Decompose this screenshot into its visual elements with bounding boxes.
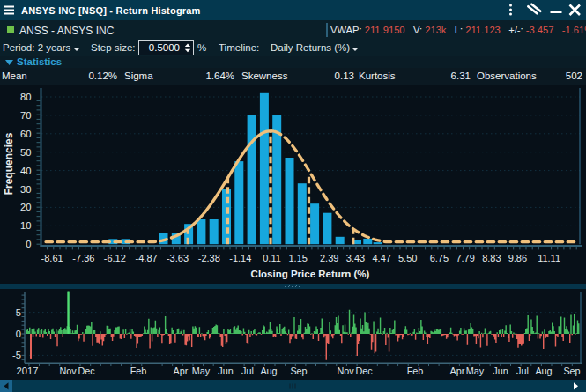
svg-text:60: 60 [20, 129, 31, 139]
svg-text:Jun: Jun [493, 366, 508, 376]
svg-text:Feb: Feb [407, 366, 424, 376]
svg-text:4.47: 4.47 [372, 253, 390, 263]
svg-text:1.15: 1.15 [288, 253, 307, 263]
svg-text:50: 50 [20, 147, 31, 158]
svg-text:Feb: Feb [130, 366, 147, 376]
svg-text:30: 30 [20, 184, 31, 195]
svg-text:Sep: Sep [290, 366, 307, 376]
svg-text:Frequencies: Frequencies [3, 132, 15, 195]
svg-text:20: 20 [20, 202, 31, 212]
svg-text:5.50: 5.50 [398, 253, 417, 263]
svg-text:Nov: Nov [337, 366, 354, 376]
svg-text:-4.87: -4.87 [136, 253, 158, 263]
svg-text:Apr: Apr [174, 366, 189, 376]
svg-text:Closing Price Return (%): Closing Price Return (%) [251, 269, 370, 279]
svg-text:3.43: 3.43 [346, 253, 365, 263]
svg-text:70: 70 [20, 110, 31, 121]
svg-text:7.79: 7.79 [456, 253, 474, 263]
svg-text:-7.36: -7.36 [72, 253, 94, 263]
svg-text:-8.61: -8.61 [41, 253, 63, 263]
svg-text:-1.14: -1.14 [229, 253, 251, 263]
svg-text:6.75: 6.75 [430, 253, 449, 263]
svg-text:Dec: Dec [355, 366, 373, 376]
svg-text:May: May [466, 366, 485, 376]
svg-text:Jul: Jul [241, 366, 254, 376]
svg-text:-2.38: -2.38 [198, 253, 220, 263]
svg-text:Jul: Jul [516, 366, 529, 376]
svg-text:10: 10 [20, 220, 31, 231]
svg-text:Aug: Aug [260, 366, 277, 376]
svg-text:11.11: 11.11 [538, 253, 560, 263]
svg-text:-5: -5 [12, 350, 21, 360]
svg-text:Jun: Jun [218, 366, 233, 376]
svg-text:-6.12: -6.12 [104, 253, 126, 263]
svg-text:0.11: 0.11 [263, 253, 281, 263]
svg-text:5: 5 [16, 307, 21, 318]
svg-text:-3.63: -3.63 [167, 253, 189, 263]
svg-text:0: 0 [26, 239, 31, 249]
svg-text:8.83: 8.83 [482, 253, 501, 263]
svg-text:May: May [192, 366, 211, 376]
svg-text:40: 40 [20, 166, 31, 176]
svg-text:Nov: Nov [59, 366, 77, 376]
svg-text:2.39: 2.39 [320, 253, 338, 263]
svg-text:Aug: Aug [535, 366, 552, 376]
svg-text:Dec: Dec [78, 366, 95, 376]
svg-text:Apr: Apr [450, 366, 465, 376]
svg-text:Sep: Sep [563, 366, 580, 376]
svg-text:0: 0 [16, 329, 21, 339]
svg-text:80: 80 [20, 92, 31, 102]
svg-text:9.86: 9.86 [508, 253, 527, 263]
svg-text:2017: 2017 [17, 366, 39, 376]
